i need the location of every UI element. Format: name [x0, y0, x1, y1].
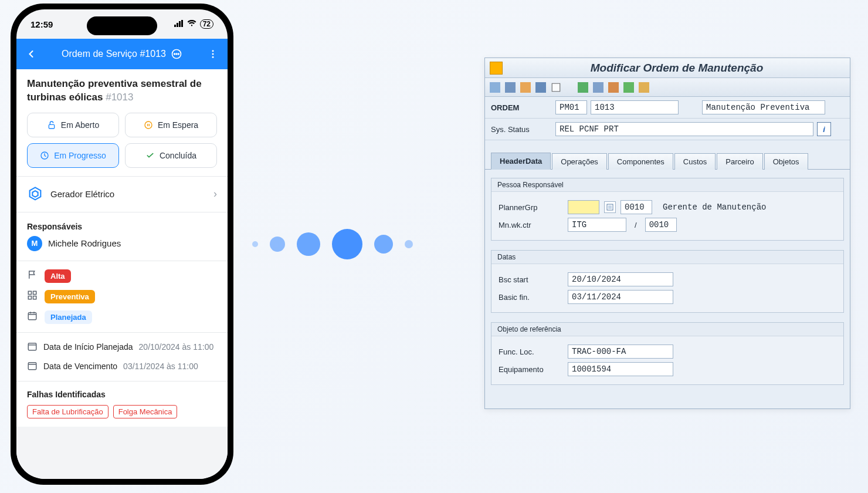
- sync-dots: [252, 229, 413, 259]
- tab-parceiro[interactable]: Parceiro: [717, 153, 762, 170]
- wkctr-b-input[interactable]: 0010: [645, 218, 677, 232]
- tab-headerdata[interactable]: HeaderData: [491, 153, 551, 170]
- svg-point-12: [145, 121, 152, 129]
- tab-objetos[interactable]: Objetos: [764, 153, 808, 170]
- plannergrp-input[interactable]: [568, 200, 599, 214]
- flag-icon: [27, 269, 38, 282]
- toolbar-icon[interactable]: [578, 82, 588, 93]
- person-name: Michele Rodrigues: [48, 238, 121, 248]
- status-input[interactable]: REL PCNF PRT: [555, 122, 813, 136]
- page-title: Ordem de Serviço #1013: [45, 48, 199, 60]
- fieldset-legend: Objeto de referência: [491, 323, 843, 336]
- svg-point-6: [176, 53, 177, 55]
- order-desc-input[interactable]: Manutenção Preventiva: [702, 100, 825, 114]
- svg-rect-19: [28, 343, 36, 350]
- tab-componentes[interactable]: Componentes: [608, 153, 673, 170]
- status-label: Sys. Status: [491, 125, 555, 134]
- more-icon[interactable]: [206, 48, 219, 60]
- back-icon[interactable]: [25, 48, 38, 60]
- chat-icon[interactable]: [171, 48, 182, 60]
- svg-rect-22: [505, 82, 516, 93]
- toolbar-icon[interactable]: [505, 82, 516, 93]
- svg-rect-21: [490, 82, 500, 93]
- failure-chip[interactable]: Falta de Lubrificação: [27, 405, 108, 418]
- bscstart-input[interactable]: 20/10/2024: [568, 272, 673, 286]
- svg-point-7: [178, 53, 179, 55]
- type-badge: Preventiva: [45, 290, 95, 303]
- sap-title: Modificar Ordem de Manutenção: [508, 62, 845, 75]
- plannergrp-desc: Gerente de Manutenção: [663, 202, 766, 212]
- responsibles-label: Responsáveis: [16, 212, 228, 236]
- fieldset-referencia: Objeto de referência Func. Loc. TRAC-000…: [491, 322, 844, 385]
- info-icon[interactable]: i: [817, 122, 831, 136]
- toolbar-icon[interactable]: [608, 82, 619, 93]
- responsible-person[interactable]: M Michele Rodrigues: [16, 236, 228, 261]
- tags-block: Alta Preventiva Planejada: [16, 261, 228, 333]
- svg-rect-2: [179, 21, 181, 27]
- failures-block: Falhas Identificadas Falta de Lubrificaç…: [16, 381, 228, 427]
- svg-rect-1: [177, 23, 178, 27]
- pause-icon: [144, 120, 153, 130]
- content-scroll[interactable]: Manutenção preventiva semestral de turbi…: [16, 69, 228, 479]
- battery-indicator: 72: [200, 19, 213, 29]
- basicfin-input[interactable]: 03/11/2024: [568, 290, 673, 304]
- bscstart-label: Bsc start: [499, 275, 563, 284]
- lock-open-icon: [47, 120, 56, 130]
- plannergrp-label: PlannerGrp: [499, 203, 563, 212]
- wkctr-label: Mn.wk.ctr: [499, 221, 563, 229]
- failure-chip[interactable]: Folga Mecânica: [113, 405, 178, 418]
- funcloc-input[interactable]: TRAC-000-FA: [568, 345, 673, 359]
- svg-point-10: [212, 56, 214, 58]
- svg-rect-0: [174, 25, 176, 27]
- equip-input[interactable]: 10001594: [568, 362, 673, 376]
- svg-point-5: [174, 53, 175, 55]
- calendar-icon: [27, 341, 38, 353]
- calendar-check-icon: [27, 310, 38, 323]
- plannergrp-code[interactable]: 0010: [621, 200, 652, 214]
- order-type-input[interactable]: PM01: [555, 100, 587, 114]
- toolbar-icon[interactable]: [520, 82, 531, 93]
- grid-icon: [27, 290, 38, 303]
- app-header: Ordem de Serviço #1013: [16, 39, 228, 69]
- svg-rect-16: [28, 296, 31, 299]
- state-badge: Planejada: [45, 310, 92, 324]
- due-date-value: 03/11/2024 às 11:00: [123, 362, 198, 371]
- fieldset-legend: Pessoa Responsável: [491, 178, 843, 192]
- toolbar-icon[interactable]: [535, 82, 546, 93]
- order-label: ORDEM: [491, 103, 555, 112]
- svg-rect-14: [28, 292, 31, 295]
- tab-custos[interactable]: Custos: [674, 153, 716, 170]
- fieldset-legend: Datas: [491, 251, 843, 264]
- start-date-label: Data de Início Planejada: [43, 342, 133, 352]
- asset-icon: [27, 186, 43, 202]
- toolbar-icon[interactable]: [490, 82, 500, 93]
- dates-block: Data de Início Planejada 20/10/2024 às 1…: [16, 333, 228, 381]
- svg-rect-28: [623, 82, 634, 93]
- status-progress-button[interactable]: Em Progresso: [27, 143, 119, 168]
- tab-operacoes[interactable]: Operações: [552, 153, 607, 170]
- sap-tabs: HeaderData Operações Componentes Custos …: [485, 140, 850, 170]
- toolbar-icon[interactable]: [551, 82, 561, 93]
- toolbar-icon[interactable]: [639, 82, 649, 93]
- svg-point-8: [212, 50, 214, 52]
- svg-rect-31: [608, 205, 612, 209]
- sap-titlebar: Modificar Ordem de Manutenção: [485, 58, 850, 78]
- svg-rect-26: [593, 82, 603, 93]
- toolbar-icon[interactable]: [623, 82, 634, 93]
- order-number-input[interactable]: 1013: [591, 100, 679, 114]
- start-date-value: 20/10/2024 às 11:00: [139, 342, 214, 352]
- signal-icon: [174, 20, 184, 29]
- priority-badge: Alta: [45, 269, 71, 283]
- wkctr-a-input[interactable]: ITG: [568, 218, 626, 232]
- status-done-button[interactable]: Concluída: [125, 143, 217, 168]
- asset-row[interactable]: Gerador Elétrico ›: [16, 177, 228, 212]
- status-open-button[interactable]: Em Aberto: [27, 113, 119, 137]
- svg-rect-15: [33, 292, 36, 295]
- svg-rect-27: [608, 82, 619, 93]
- avatar: M: [27, 236, 42, 251]
- progress-icon: [40, 151, 49, 160]
- status-waiting-button[interactable]: Em Espera: [125, 113, 217, 137]
- toolbar-icon[interactable]: [593, 82, 603, 93]
- picker-icon[interactable]: [604, 201, 616, 213]
- phone-notch: [87, 16, 157, 35]
